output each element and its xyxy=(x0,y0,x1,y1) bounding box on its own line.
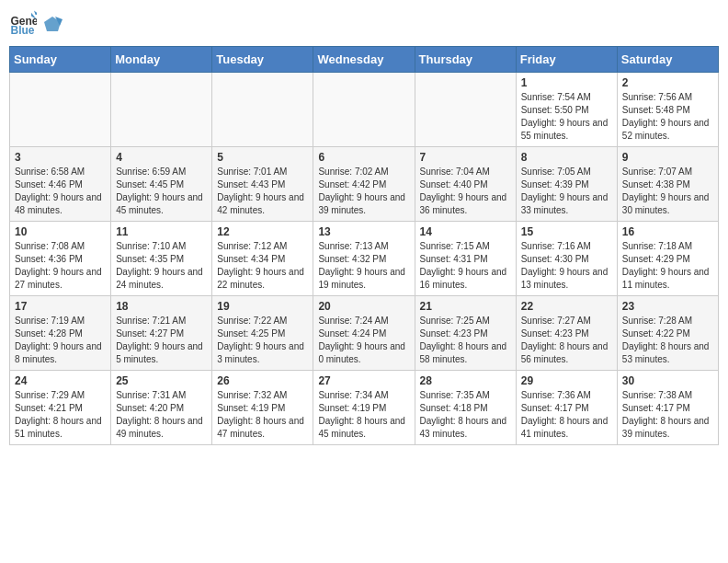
calendar-cell: 14Sunrise: 7:15 AM Sunset: 4:31 PM Dayli… xyxy=(415,222,516,296)
day-info: Sunrise: 7:08 AM Sunset: 4:36 PM Dayligh… xyxy=(15,240,106,292)
day-info: Sunrise: 7:18 AM Sunset: 4:29 PM Dayligh… xyxy=(622,240,713,292)
calendar-week-row: 3Sunrise: 6:58 AM Sunset: 4:46 PM Daylig… xyxy=(10,147,719,222)
day-info: Sunrise: 7:54 AM Sunset: 5:50 PM Dayligh… xyxy=(521,91,612,143)
calendar-cell: 25Sunrise: 7:31 AM Sunset: 4:20 PM Dayli… xyxy=(111,371,212,445)
day-number: 24 xyxy=(15,374,106,387)
logo-icon: General Blue xyxy=(9,9,37,37)
calendar-cell: 29Sunrise: 7:36 AM Sunset: 4:17 PM Dayli… xyxy=(516,371,617,445)
day-number: 29 xyxy=(521,374,612,387)
header: General Blue xyxy=(9,9,719,37)
day-number: 16 xyxy=(622,225,713,238)
calendar-cell: 4Sunrise: 6:59 AM Sunset: 4:45 PM Daylig… xyxy=(111,147,212,222)
day-info: Sunrise: 7:32 AM Sunset: 4:19 PM Dayligh… xyxy=(217,389,308,441)
day-info: Sunrise: 7:16 AM Sunset: 4:30 PM Dayligh… xyxy=(521,240,612,292)
day-info: Sunrise: 7:36 AM Sunset: 4:17 PM Dayligh… xyxy=(521,389,612,441)
calendar-table: SundayMondayTuesdayWednesdayThursdayFrid… xyxy=(9,46,719,445)
day-number: 11 xyxy=(116,225,207,238)
calendar-cell: 9Sunrise: 7:07 AM Sunset: 4:38 PM Daylig… xyxy=(617,147,718,222)
calendar-cell: 10Sunrise: 7:08 AM Sunset: 4:36 PM Dayli… xyxy=(10,222,111,296)
day-info: Sunrise: 7:22 AM Sunset: 4:25 PM Dayligh… xyxy=(217,315,308,366)
day-number: 9 xyxy=(622,151,713,164)
day-info: Sunrise: 7:38 AM Sunset: 4:17 PM Dayligh… xyxy=(622,389,713,441)
day-number: 14 xyxy=(420,225,511,238)
day-number: 23 xyxy=(622,300,713,313)
day-number: 21 xyxy=(420,300,511,313)
day-info: Sunrise: 7:13 AM Sunset: 4:32 PM Dayligh… xyxy=(318,240,409,292)
day-number: 22 xyxy=(521,300,612,313)
calendar-week-row: 1Sunrise: 7:54 AM Sunset: 5:50 PM Daylig… xyxy=(10,73,719,147)
calendar-cell: 18Sunrise: 7:21 AM Sunset: 4:27 PM Dayli… xyxy=(111,296,212,371)
day-info: Sunrise: 7:27 AM Sunset: 4:23 PM Dayligh… xyxy=(521,315,612,366)
day-number: 1 xyxy=(521,76,612,89)
weekday-header-sunday: Sunday xyxy=(10,47,111,73)
calendar-cell: 16Sunrise: 7:18 AM Sunset: 4:29 PM Dayli… xyxy=(617,222,718,296)
calendar-cell: 19Sunrise: 7:22 AM Sunset: 4:25 PM Dayli… xyxy=(212,296,313,371)
day-number: 19 xyxy=(217,300,308,313)
calendar-cell: 17Sunrise: 7:19 AM Sunset: 4:28 PM Dayli… xyxy=(10,296,111,371)
svg-text:Blue: Blue xyxy=(11,24,35,37)
day-info: Sunrise: 7:31 AM Sunset: 4:20 PM Dayligh… xyxy=(116,389,207,441)
calendar-cell: 7Sunrise: 7:04 AM Sunset: 4:40 PM Daylig… xyxy=(415,147,516,222)
day-info: Sunrise: 7:34 AM Sunset: 4:19 PM Dayligh… xyxy=(318,389,409,441)
calendar-cell: 30Sunrise: 7:38 AM Sunset: 4:17 PM Dayli… xyxy=(617,371,718,445)
day-number: 3 xyxy=(15,151,106,164)
logo-flag-icon xyxy=(42,15,63,35)
calendar-cell xyxy=(111,73,212,147)
calendar-week-row: 17Sunrise: 7:19 AM Sunset: 4:28 PM Dayli… xyxy=(10,296,719,371)
calendar-cell: 21Sunrise: 7:25 AM Sunset: 4:23 PM Dayli… xyxy=(415,296,516,371)
day-info: Sunrise: 7:07 AM Sunset: 4:38 PM Dayligh… xyxy=(622,166,713,217)
calendar-cell: 2Sunrise: 7:56 AM Sunset: 5:48 PM Daylig… xyxy=(617,73,718,147)
day-number: 13 xyxy=(318,225,409,238)
day-info: Sunrise: 7:01 AM Sunset: 4:43 PM Dayligh… xyxy=(217,166,308,217)
calendar-cell xyxy=(415,73,516,147)
day-number: 6 xyxy=(318,151,409,164)
day-number: 15 xyxy=(521,225,612,238)
day-number: 8 xyxy=(521,151,612,164)
day-info: Sunrise: 7:02 AM Sunset: 4:42 PM Dayligh… xyxy=(318,166,409,217)
calendar-cell: 15Sunrise: 7:16 AM Sunset: 4:30 PM Dayli… xyxy=(516,222,617,296)
calendar-cell: 13Sunrise: 7:13 AM Sunset: 4:32 PM Dayli… xyxy=(313,222,415,296)
day-number: 7 xyxy=(420,151,511,164)
calendar-cell xyxy=(313,73,415,147)
day-info: Sunrise: 7:29 AM Sunset: 4:21 PM Dayligh… xyxy=(15,389,106,441)
calendar-cell: 26Sunrise: 7:32 AM Sunset: 4:19 PM Dayli… xyxy=(212,371,313,445)
calendar-week-row: 10Sunrise: 7:08 AM Sunset: 4:36 PM Dayli… xyxy=(10,222,719,296)
calendar-cell: 1Sunrise: 7:54 AM Sunset: 5:50 PM Daylig… xyxy=(516,73,617,147)
day-number: 25 xyxy=(116,374,207,387)
day-number: 5 xyxy=(217,151,308,164)
day-info: Sunrise: 7:12 AM Sunset: 4:34 PM Dayligh… xyxy=(217,240,308,292)
day-number: 30 xyxy=(622,374,713,387)
weekday-header-tuesday: Tuesday xyxy=(212,47,313,73)
day-number: 4 xyxy=(116,151,207,164)
day-info: Sunrise: 7:56 AM Sunset: 5:48 PM Dayligh… xyxy=(622,91,713,143)
day-info: Sunrise: 7:28 AM Sunset: 4:22 PM Dayligh… xyxy=(622,315,713,366)
calendar-cell: 20Sunrise: 7:24 AM Sunset: 4:24 PM Dayli… xyxy=(313,296,415,371)
day-number: 17 xyxy=(15,300,106,313)
calendar-cell: 12Sunrise: 7:12 AM Sunset: 4:34 PM Dayli… xyxy=(212,222,313,296)
calendar-cell xyxy=(212,73,313,147)
calendar-cell: 6Sunrise: 7:02 AM Sunset: 4:42 PM Daylig… xyxy=(313,147,415,222)
day-number: 28 xyxy=(420,374,511,387)
calendar-cell: 23Sunrise: 7:28 AM Sunset: 4:22 PM Dayli… xyxy=(617,296,718,371)
weekday-header-monday: Monday xyxy=(111,47,212,73)
calendar-cell: 11Sunrise: 7:10 AM Sunset: 4:35 PM Dayli… xyxy=(111,222,212,296)
calendar-cell: 3Sunrise: 6:58 AM Sunset: 4:46 PM Daylig… xyxy=(10,147,111,222)
day-info: Sunrise: 7:15 AM Sunset: 4:31 PM Dayligh… xyxy=(420,240,511,292)
weekday-header-friday: Friday xyxy=(516,47,617,73)
calendar-cell: 8Sunrise: 7:05 AM Sunset: 4:39 PM Daylig… xyxy=(516,147,617,222)
day-info: Sunrise: 6:59 AM Sunset: 4:45 PM Dayligh… xyxy=(116,166,207,217)
day-number: 26 xyxy=(217,374,308,387)
logo: General Blue xyxy=(9,9,63,37)
weekday-header-thursday: Thursday xyxy=(415,47,516,73)
calendar-cell: 5Sunrise: 7:01 AM Sunset: 4:43 PM Daylig… xyxy=(212,147,313,222)
day-number: 18 xyxy=(116,300,207,313)
day-info: Sunrise: 7:21 AM Sunset: 4:27 PM Dayligh… xyxy=(116,315,207,366)
calendar-cell: 24Sunrise: 7:29 AM Sunset: 4:21 PM Dayli… xyxy=(10,371,111,445)
day-info: Sunrise: 7:19 AM Sunset: 4:28 PM Dayligh… xyxy=(15,315,106,366)
day-info: Sunrise: 7:10 AM Sunset: 4:35 PM Dayligh… xyxy=(116,240,207,292)
weekday-header-wednesday: Wednesday xyxy=(313,47,415,73)
weekday-header-row: SundayMondayTuesdayWednesdayThursdayFrid… xyxy=(10,47,719,73)
day-number: 20 xyxy=(318,300,409,313)
day-info: Sunrise: 7:24 AM Sunset: 4:24 PM Dayligh… xyxy=(318,315,409,366)
calendar-week-row: 24Sunrise: 7:29 AM Sunset: 4:21 PM Dayli… xyxy=(10,371,719,445)
